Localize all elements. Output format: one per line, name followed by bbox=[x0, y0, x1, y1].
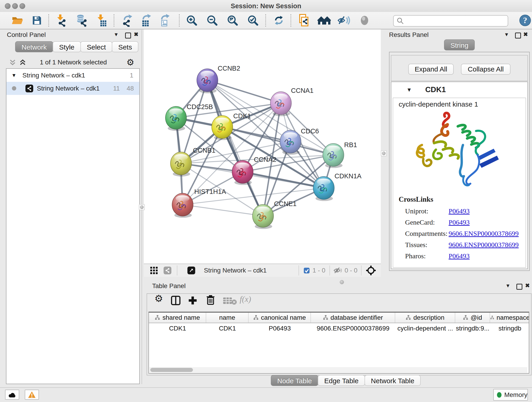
cell-shared-name[interactable]: CDK1 bbox=[149, 323, 206, 334]
network-node-CDK1[interactable] bbox=[212, 115, 233, 140]
help-button[interactable]: ? bbox=[518, 14, 532, 27]
cloud-status-button[interactable] bbox=[5, 390, 19, 400]
collapse-all-button[interactable]: Collapse All bbox=[461, 64, 510, 75]
tab-network-table[interactable]: Network Table bbox=[365, 375, 421, 386]
edge-CCNB2-CCNA1[interactable] bbox=[207, 80, 281, 103]
network-node-HIST1H1A[interactable] bbox=[172, 193, 193, 218]
function-builder-icon[interactable]: f(x) bbox=[240, 294, 251, 304]
left-divider-handle[interactable] bbox=[139, 204, 145, 210]
svg-text:?: ? bbox=[523, 16, 527, 25]
export-image-button[interactable] bbox=[158, 14, 171, 27]
open-folder-icon bbox=[12, 15, 23, 26]
network-node-CCNE1[interactable] bbox=[253, 204, 273, 229]
show-columns-icon[interactable] bbox=[171, 295, 181, 306]
network-view-icon[interactable] bbox=[164, 267, 171, 274]
cell-id[interactable]: stringdb:9... bbox=[455, 323, 490, 334]
tab-string[interactable]: String bbox=[444, 39, 475, 51]
column-header-id[interactable]: @id bbox=[455, 313, 490, 323]
warning-status-button[interactable] bbox=[25, 390, 39, 400]
network-tree-item-row[interactable]: String Network – cdk1 11 48 bbox=[6, 82, 139, 95]
scrollbar-thumb[interactable] bbox=[150, 368, 193, 372]
table-panel-menu-icon[interactable]: ▼ bbox=[505, 283, 510, 289]
add-column-icon[interactable] bbox=[187, 295, 198, 306]
results-panel-menu-icon[interactable]: ▼ bbox=[504, 32, 509, 38]
tab-edge-table[interactable]: Edge Table bbox=[318, 375, 365, 386]
table-panel-float-icon[interactable] bbox=[516, 284, 522, 290]
control-panel-close-icon[interactable]: ✖ bbox=[134, 31, 138, 38]
search-input[interactable] bbox=[406, 17, 508, 25]
delete-table-icon[interactable] bbox=[223, 297, 237, 305]
network-tree-root-row[interactable]: ▼ String Network – cdk1 1 bbox=[6, 69, 139, 82]
bottom-divider-handle[interactable] bbox=[340, 280, 344, 284]
table-options-gear-icon[interactable]: ⚙ bbox=[154, 293, 163, 304]
cell-name[interactable]: CDK1 bbox=[206, 323, 249, 334]
network-node-CCNA1[interactable] bbox=[270, 92, 291, 116]
results-panel-title: Results Panel bbox=[389, 31, 429, 38]
crosslink-genecard[interactable]: P06493 bbox=[449, 218, 470, 226]
table-row[interactable]: CDK1 CDK1 P06493 9606.ENSP00000378699 cy… bbox=[149, 323, 529, 334]
database-icon bbox=[75, 14, 88, 27]
tab-sets[interactable]: Sets bbox=[112, 41, 138, 52]
network-collection-label: String Network – cdk1 bbox=[22, 72, 85, 79]
import-network-from-database-button[interactable] bbox=[75, 14, 88, 27]
zoom-out-button[interactable] bbox=[205, 14, 219, 27]
crosslink-tissues[interactable]: 9606.ENSP00000378699 bbox=[449, 241, 519, 249]
show-hidden-button[interactable] bbox=[358, 14, 371, 27]
network-canvas[interactable]: CCNB2CCNA1CDC25BCDK1CDC6RB1CCNB1CCNA2CDK… bbox=[144, 29, 381, 264]
birds-eye-view-icon[interactable] bbox=[187, 267, 195, 274]
crosslink-compartments[interactable]: 9606.ENSP00000378699 bbox=[449, 230, 519, 237]
table-horizontal-scrollbar[interactable] bbox=[149, 367, 527, 373]
export-network-button[interactable] bbox=[120, 14, 134, 27]
edge-HIST1H1A-CCNE1[interactable] bbox=[183, 205, 263, 216]
column-header-name[interactable]: name bbox=[206, 313, 249, 323]
column-header-database-identifier[interactable]: database identifier bbox=[311, 313, 395, 323]
zoom-in-button[interactable] bbox=[185, 14, 199, 27]
cell-namespace[interactable]: stringdb bbox=[490, 323, 529, 334]
column-label: shared name bbox=[162, 314, 200, 321]
zoom-fit-button[interactable] bbox=[226, 14, 239, 27]
network-options-gear-icon[interactable]: ⚙ bbox=[127, 57, 134, 67]
network-node-CCNA2[interactable] bbox=[232, 160, 253, 185]
cell-canonical-name[interactable]: P06493 bbox=[249, 323, 311, 334]
tab-style[interactable]: Style bbox=[53, 41, 81, 52]
network-node-RB1[interactable] bbox=[323, 143, 344, 168]
hidden-eye-icon[interactable] bbox=[333, 267, 342, 274]
tree-expander-icon[interactable]: ▼ bbox=[12, 72, 17, 78]
network-node-CDC25B[interactable] bbox=[165, 106, 186, 131]
export-table-button[interactable] bbox=[139, 14, 153, 27]
zoom-selected-button[interactable] bbox=[246, 14, 260, 27]
results-panel-close-icon[interactable]: ✖ bbox=[523, 31, 528, 38]
column-header-description[interactable]: description bbox=[395, 313, 455, 323]
column-header-namespace[interactable]: namespace bbox=[490, 313, 529, 323]
hide-selected-button[interactable] bbox=[337, 14, 351, 27]
selected-checkbox-icon[interactable] bbox=[304, 268, 310, 274]
home-button[interactable] bbox=[317, 14, 331, 27]
cell-database-identifier[interactable]: 9606.ENSP00000378699 bbox=[311, 323, 395, 334]
tab-network[interactable]: Network bbox=[15, 41, 53, 52]
import-network-from-file-button[interactable] bbox=[54, 14, 68, 27]
crosslink-uniprot[interactable]: P06493 bbox=[449, 207, 470, 215]
gene-expander-icon[interactable]: ▼ bbox=[406, 87, 412, 93]
cell-description[interactable]: cyclin-dependent ... bbox=[395, 323, 455, 334]
control-panel-float-icon[interactable] bbox=[125, 32, 131, 38]
network-node-CCNB1[interactable] bbox=[171, 152, 191, 177]
tab-node-table[interactable]: Node Table bbox=[271, 375, 318, 386]
column-header-canonical-name[interactable]: canonical name bbox=[249, 313, 311, 323]
clone-network-button[interactable] bbox=[297, 14, 311, 27]
control-panel-menu-icon[interactable]: ▼ bbox=[114, 32, 119, 38]
crosslink-pharos[interactable]: P06493 bbox=[449, 252, 470, 260]
table-panel-close-icon[interactable]: ✖ bbox=[525, 282, 530, 289]
crosshair-icon[interactable] bbox=[366, 265, 376, 276]
grid-view-icon[interactable] bbox=[150, 266, 158, 274]
results-panel-float-icon[interactable] bbox=[515, 32, 521, 38]
save-session-button[interactable] bbox=[30, 14, 44, 27]
network-node-CDKN1A[interactable] bbox=[313, 177, 334, 201]
import-table-from-file-button[interactable] bbox=[95, 14, 109, 27]
memory-status-button[interactable]: Memory bbox=[493, 389, 528, 401]
delete-column-icon[interactable] bbox=[206, 295, 215, 306]
open-session-button[interactable] bbox=[11, 14, 24, 27]
tab-select[interactable]: Select bbox=[80, 41, 112, 52]
refresh-button[interactable] bbox=[272, 14, 286, 27]
expand-all-button[interactable]: Expand All bbox=[408, 64, 454, 75]
column-header-shared-name[interactable]: shared name bbox=[149, 313, 206, 323]
